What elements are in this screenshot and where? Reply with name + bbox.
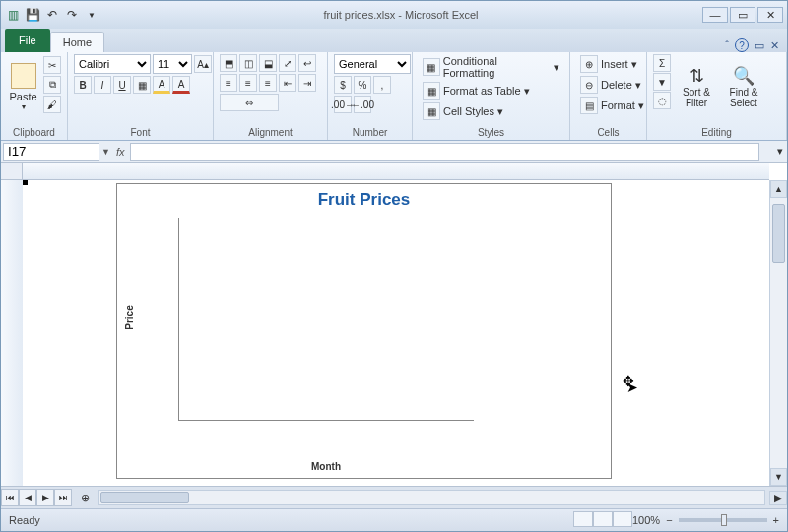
scroll-down-button[interactable]: ▼ [770,468,787,486]
page-break-view-icon[interactable] [613,511,632,527]
group-alignment-label: Alignment [220,125,321,138]
worksheet-grid[interactable]: Fruit Prices Price Month ✥➤ ▲ ▼ [1,163,787,486]
row-headers[interactable] [1,180,23,486]
border-icon[interactable]: ▦ [133,76,151,94]
format-painter-icon[interactable]: 🖌 [43,96,61,113]
group-styles-label: Styles [419,125,563,138]
qat-dropdown-icon[interactable]: ▼ [84,7,99,23]
accounting-icon[interactable]: $ [334,76,352,94]
minimize-button[interactable]: — [702,7,728,23]
undo-icon[interactable]: ↶ [44,7,60,23]
last-sheet-button[interactable]: ⏭ [54,489,72,506]
formula-input[interactable] [130,143,759,161]
view-buttons[interactable] [573,511,632,529]
decrease-indent-icon[interactable]: ⇤ [279,74,296,92]
align-middle-icon[interactable]: ◫ [239,54,257,72]
expand-formula-bar-icon[interactable]: ▾ [777,145,787,158]
cell-styles-icon: ▦ [423,102,440,120]
find-select-button[interactable]: 🔍 Find & Select [722,54,765,119]
status-ready: Ready [9,514,40,526]
copy-icon[interactable]: ⧉ [43,76,61,94]
underline-button[interactable]: U [113,76,131,94]
conditional-formatting-button[interactable]: ▦Conditional Formatting ▾ [419,54,563,80]
italic-button[interactable]: I [94,76,111,94]
help-icon[interactable]: ? [735,38,749,52]
tab-file[interactable]: File [5,29,50,52]
active-cell[interactable] [23,180,27,184]
group-editing-label: Editing [653,125,780,138]
group-font-label: Font [74,125,207,138]
sort-filter-button[interactable]: ⇅ Sort & Filter [675,54,718,119]
scroll-up-button[interactable]: ▲ [770,180,787,198]
close-button[interactable]: ✕ [757,7,783,23]
format-table-icon: ▦ [423,82,440,100]
align-bottom-icon[interactable]: ⬓ [259,54,277,72]
new-sheet-button[interactable]: ⊕ [76,492,94,504]
insert-cells-button[interactable]: ⊕Insert ▾ [576,54,641,74]
vertical-scrollbar[interactable]: ▲ ▼ [769,180,787,486]
group-number-label: Number [334,125,406,138]
redo-icon[interactable]: ↷ [64,7,80,23]
zoom-in-button[interactable]: + [773,514,779,526]
embedded-chart[interactable]: Fruit Prices Price Month [116,183,612,479]
cells-area[interactable]: Fruit Prices Price Month ✥➤ [23,180,787,486]
normal-view-icon[interactable] [573,511,593,527]
paste-button[interactable]: Paste ▾ [7,54,39,119]
zoom-level[interactable]: 100% [632,514,660,526]
increase-decimal-icon[interactable]: .00→ [334,96,352,113]
decrease-decimal-icon[interactable]: ←.00 [354,96,371,113]
scroll-right-button[interactable]: ▶ [769,491,787,505]
format-as-table-button[interactable]: ▦Format as Table ▾ [419,81,534,100]
cut-icon[interactable]: ✂ [43,56,61,74]
select-all-corner[interactable] [1,163,23,180]
format-cells-button[interactable]: ▤Format ▾ [576,96,648,115]
first-sheet-button[interactable]: ⏮ [1,489,19,506]
minimize-ribbon-icon[interactable]: ˆ [725,39,729,51]
window-options-icon[interactable]: ▭ [755,39,764,52]
inner-close-icon[interactable]: ✕ [770,39,779,52]
font-size-select[interactable]: 11 [153,54,192,74]
increase-font-icon[interactable]: A▴ [194,55,212,73]
wrap-text-icon[interactable]: ↩ [298,54,316,72]
restore-button[interactable]: ▭ [730,7,755,23]
ribbon-tabs: File Home ˆ ? ▭ ✕ [1,29,787,52]
name-box[interactable] [3,143,99,161]
window-title: fruit prices.xlsx - Microsoft Excel [99,9,702,21]
align-right-icon[interactable]: ≡ [259,74,277,92]
fx-icon[interactable]: fx [110,146,131,158]
chart-title: Fruit Prices [117,184,611,216]
align-center-icon[interactable]: ≡ [239,74,257,92]
cell-styles-button[interactable]: ▦Cell Styles ▾ [419,101,507,121]
prev-sheet-button[interactable]: ◀ [19,489,36,506]
chart-x-axis-title: Month [178,461,474,472]
column-headers[interactable] [23,163,769,180]
vscroll-thumb[interactable] [772,204,785,263]
zoom-out-button[interactable]: − [666,514,672,526]
merge-center-icon[interactable]: ⇔ [220,94,279,111]
fill-icon[interactable]: ▼ [653,73,671,91]
namebox-dropdown-icon[interactable]: ▼ [101,147,110,157]
page-layout-view-icon[interactable] [593,511,613,527]
font-color-icon[interactable]: A [172,76,190,94]
zoom-slider[interactable] [679,518,767,522]
number-format-select[interactable]: General [334,54,411,74]
clear-icon[interactable]: ◌ [653,92,671,109]
align-left-icon[interactable]: ≡ [220,74,237,92]
increase-indent-icon[interactable]: ⇥ [298,74,316,92]
font-name-select[interactable]: Calibri [74,54,151,74]
tab-home[interactable]: Home [50,32,104,52]
next-sheet-button[interactable]: ▶ [36,489,54,506]
percent-icon[interactable]: % [354,76,371,94]
autosum-icon[interactable]: Σ [653,54,671,72]
hscroll-thumb[interactable] [100,492,189,503]
orientation-icon[interactable]: ⤢ [279,54,296,72]
delete-cells-button[interactable]: ⊖Delete ▾ [576,75,645,95]
horizontal-scrollbar[interactable] [98,490,765,505]
sheet-tab-bar: ⏮ ◀ ▶ ⏭ ⊕ ▶ [1,486,787,508]
align-top-icon[interactable]: ⬒ [220,54,237,72]
comma-icon[interactable]: , [373,76,391,94]
fill-color-icon[interactable]: A [153,76,170,94]
status-bar: Ready 100% − + [1,508,787,531]
save-icon[interactable]: 💾 [25,7,40,23]
bold-button[interactable]: B [74,76,92,94]
